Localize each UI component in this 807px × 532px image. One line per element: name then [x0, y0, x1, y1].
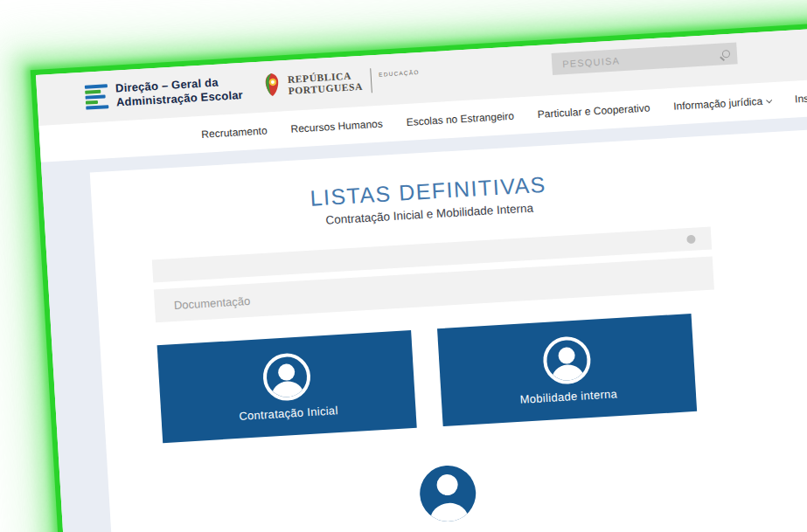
- nav-item-escolas-no-estrangeiro[interactable]: Escolas no Estrangeiro: [406, 110, 514, 128]
- nav-item-institucional[interactable]: Institucional: [795, 89, 807, 105]
- card-label: Contratação Inicial: [239, 404, 338, 423]
- nav-item-informacao-juridica[interactable]: Informação jurídica: [673, 94, 772, 113]
- republica-portuguesa-logo[interactable]: REPÚBLICA PORTUGUESA EDUCAÇÃO: [262, 64, 421, 101]
- chevron-down-icon: [766, 97, 772, 103]
- person-icon: [541, 335, 591, 385]
- card-contratacao-inicial[interactable]: Contratação Inicial: [157, 330, 417, 443]
- content-background-band: LISTAS DEFINITIVAS Contratação Inicial e…: [41, 108, 807, 532]
- dgae-logo[interactable]: Direção – Geral da Administração Escolar: [85, 74, 244, 111]
- republica-portuguesa-text: REPÚBLICA PORTUGUESA: [288, 70, 364, 97]
- nav-item-label: Institucional: [795, 90, 807, 106]
- accordion-label: Documentação: [173, 294, 250, 311]
- card-mobilidade-interna[interactable]: Mobilidade interna: [437, 314, 697, 426]
- nav-item-recursos-humanos[interactable]: Recursos Humanos: [290, 118, 383, 135]
- website-page: Direção – Geral da Administração Escolar…: [36, 21, 807, 532]
- card-label: Mobilidade interna: [519, 387, 617, 406]
- ministry-label: EDUCAÇÃO: [379, 69, 420, 78]
- dgae-logo-text: Direção – Geral da Administração Escolar: [115, 74, 244, 109]
- search-input[interactable]: [562, 49, 722, 69]
- person-icon: [261, 352, 311, 402]
- portugal-emblem-icon: [262, 72, 282, 100]
- dgae-bars-icon: [85, 84, 109, 109]
- toggle-dot-icon: [686, 235, 696, 245]
- nav-item-recrutamento[interactable]: Recrutamento: [201, 124, 268, 140]
- nav-item-label: Informação jurídica: [673, 95, 763, 113]
- gov-logo-divider: [370, 68, 372, 93]
- person-icon-bottom[interactable]: [418, 464, 477, 523]
- search-box[interactable]: [552, 42, 738, 75]
- nav-item-particular-e-cooperativo[interactable]: Particular e Cooperativo: [537, 101, 650, 121]
- magnifier-icon[interactable]: [722, 50, 731, 59]
- cards-row: Contratação Inicial Mobilidade interna: [157, 312, 722, 443]
- content-panel: LISTAS DEFINITIVAS Contratação Inicial e…: [90, 119, 807, 532]
